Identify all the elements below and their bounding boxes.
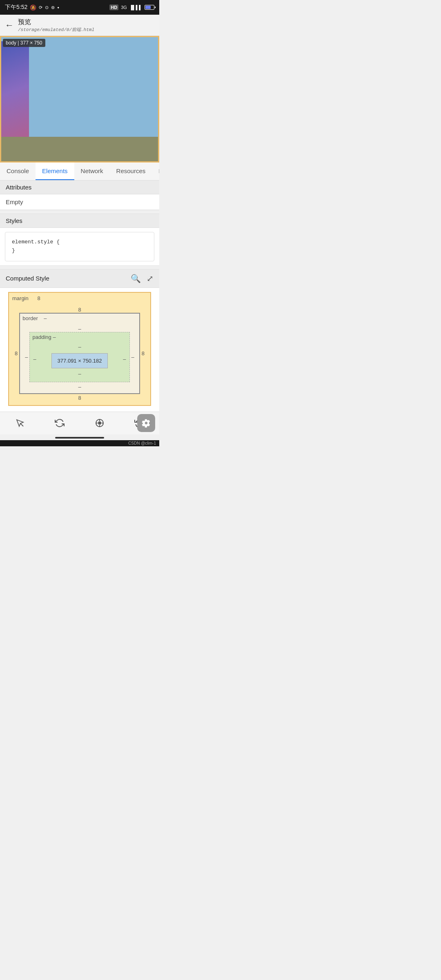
preview-tooltip: body | 377 × 750 [3, 39, 45, 47]
computed-section: Computed Style 🔍 ⤢ margin 8 8 8 borde [0, 270, 159, 412]
box-margin-sides: 8 border – – – padding – [13, 313, 146, 394]
status-right: HD 3G ▐▌▌▌ [109, 4, 154, 10]
margin-top-val: 8 [78, 307, 81, 313]
tab-elements[interactable]: Elements [36, 163, 74, 180]
inspect-button[interactable] [89, 415, 110, 431]
svg-point-2 [98, 422, 101, 424]
preview-olive-strip [1, 137, 158, 161]
select-element-button[interactable] [10, 415, 30, 431]
border-right-val: – [130, 352, 136, 362]
bottom-toolbar [0, 412, 159, 434]
svg-line-0 [20, 423, 23, 426]
computed-title: Computed Style [6, 275, 49, 282]
styles-code-block: element.style { } [5, 232, 154, 261]
home-bar [55, 437, 104, 439]
border-top-val: – [78, 326, 81, 332]
divider-1 [0, 210, 159, 214]
home-indicator [0, 434, 159, 440]
nav-bar: ← 预览 /storage/emulated/0/前端.html [0, 15, 159, 36]
style-line-2: } [12, 247, 147, 255]
box-padding-label: padding – [32, 334, 56, 340]
preview-area: body | 377 × 750 [0, 36, 159, 163]
page-title: 预览 [18, 18, 94, 27]
margin-left-val: 8 [13, 349, 19, 358]
mute-icon: 🔕 [30, 4, 36, 11]
watermark: CSDN @clim-1 [0, 440, 159, 446]
padding-top-val: – [78, 344, 81, 350]
box-padding: padding – – – 377.091 × 750.182 – [29, 332, 129, 382]
status-dot: ● [57, 6, 59, 9]
padding-left-val: – [33, 356, 36, 362]
tab-info[interactable]: Info [152, 163, 159, 180]
padding-right-val: – [123, 356, 126, 362]
status-icon-1: ⟳ [39, 5, 42, 10]
page-subtitle: /storage/emulated/0/前端.html [18, 27, 94, 33]
style-line-1: element.style { [12, 238, 147, 247]
box-border-sides: – padding – – – [23, 332, 136, 382]
box-content: 377.091 × 750.182 [51, 353, 108, 368]
margin-right-val: 8 [140, 349, 146, 358]
search-icon[interactable]: 🔍 [131, 274, 141, 283]
attributes-header: Attributes [0, 180, 159, 194]
nav-title-block: 预览 /storage/emulated/0/前端.html [18, 18, 94, 33]
back-button[interactable]: ← [5, 20, 14, 31]
computed-icons: 🔍 ⤢ [131, 274, 154, 283]
padding-below-val: – [78, 371, 81, 377]
preview-content [1, 37, 158, 161]
signal-icon: ▐▌▌▌ [129, 5, 142, 10]
border-bottom-val: – [78, 384, 81, 390]
box-border: border – – – padding – – [19, 313, 140, 394]
tab-resources[interactable]: Resources [110, 163, 152, 180]
box-margin: margin 8 8 8 border – – – [8, 292, 151, 406]
battery-icon [145, 5, 154, 10]
border-left-val: – [23, 352, 29, 362]
attributes-value: Empty [0, 194, 159, 210]
network-type: 3G [121, 5, 127, 10]
status-left: 下午5:52 🔕 ⟳ ⊙ ⊚ ● [5, 4, 59, 11]
content-size: 377.091 × 750.182 [58, 358, 102, 364]
status-time: 下午5:52 [5, 4, 27, 11]
status-bar: 下午5:52 🔕 ⟳ ⊙ ⊚ ● HD 3G ▐▌▌▌ [0, 0, 159, 15]
devtools-tabs: Console Elements Network Resources Info [0, 163, 159, 180]
preview-gradient-box [1, 41, 29, 139]
styles-section: Styles element.style { } [0, 214, 159, 261]
tab-console[interactable]: Console [0, 163, 36, 180]
box-margin-label: margin 8 [12, 295, 40, 301]
box-border-label: border – [22, 315, 47, 321]
refresh-button[interactable] [49, 415, 70, 431]
status-icon-2: ⊙ [45, 5, 49, 10]
padding-sides: – 377.091 × 750.182 – [33, 350, 126, 368]
tab-network[interactable]: Network [74, 163, 110, 180]
box-model-container: margin 8 8 8 border – – – [0, 288, 159, 412]
devtools-content: Attributes Empty Styles element.style { … [0, 180, 159, 412]
styles-header: Styles [0, 214, 159, 228]
status-icon-3: ⊚ [51, 5, 55, 10]
divider-2 [0, 265, 159, 270]
hd-label: HD [109, 4, 118, 10]
expand-icon[interactable]: ⤢ [147, 274, 154, 283]
margin-bottom-val: 8 [78, 395, 81, 401]
computed-header: Computed Style 🔍 ⤢ [0, 270, 159, 288]
settings-button[interactable] [137, 414, 155, 432]
